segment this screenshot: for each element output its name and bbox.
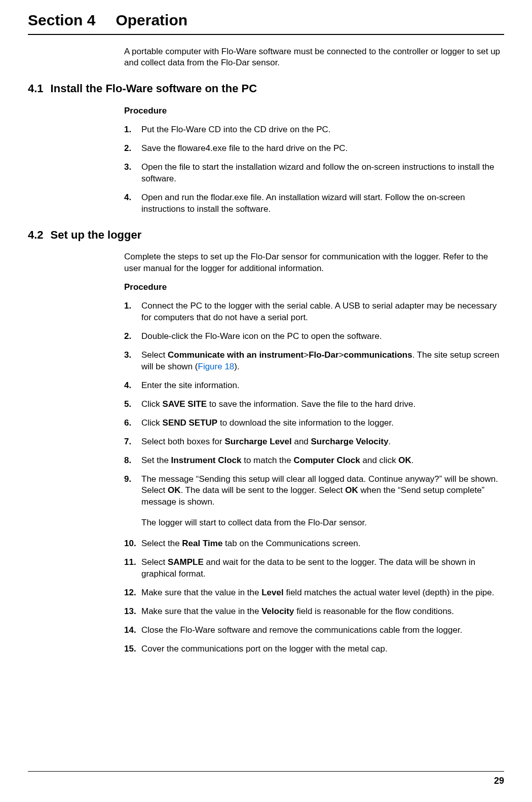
step: Close the Flo-Ware software and remove t… bbox=[124, 625, 504, 636]
step: Double-click the Flo-Ware icon on the PC… bbox=[124, 331, 504, 342]
subsection-number: 4.2 bbox=[28, 227, 44, 243]
procedure-steps: Connect the PC to the logger with the se… bbox=[124, 300, 504, 655]
subsection-title: Set up the logger bbox=[51, 228, 142, 241]
step: Set the Instrument Clock to match the Co… bbox=[124, 455, 504, 467]
section-title: Operation bbox=[116, 12, 187, 28]
step: Make sure that the value in the Level fi… bbox=[124, 587, 504, 599]
step: Cover the communications port on the log… bbox=[124, 643, 504, 655]
step-note: The logger will start to collect data fr… bbox=[141, 517, 504, 529]
page-number: 29 bbox=[494, 776, 504, 786]
subsection-4-2-header: 4.2Set up the logger bbox=[28, 227, 504, 243]
step: Connect the PC to the logger with the se… bbox=[124, 300, 504, 324]
page-footer: 29 bbox=[28, 771, 504, 787]
step: Open the file to start the installation … bbox=[124, 162, 504, 185]
step: Click SAVE SITE to save the information.… bbox=[124, 399, 504, 410]
step: Select Communicate with an instrument>Fl… bbox=[124, 350, 504, 373]
subsection-title: Install the Flo-Ware software on the PC bbox=[51, 82, 257, 95]
section-intro: A portable computer with Flo-Ware softwa… bbox=[124, 46, 504, 69]
step: Put the Flo-Ware CD into the CD drive on… bbox=[124, 124, 504, 136]
subsection-intro: Complete the steps to set up the Flo-Dar… bbox=[124, 251, 504, 275]
subsection-4-2-body: Complete the steps to set up the Flo-Dar… bbox=[124, 251, 504, 655]
subsection-number: 4.1 bbox=[28, 81, 44, 96]
step: Select SAMPLE and wait for the data to b… bbox=[124, 557, 504, 580]
step: Make sure that the value in the Velocity… bbox=[124, 606, 504, 618]
procedure-label: Procedure bbox=[124, 282, 504, 293]
step: Select both boxes for Surcharge Level an… bbox=[124, 436, 504, 448]
step: The message “Sending this setup will cle… bbox=[124, 474, 504, 529]
subsection-4-1-header: 4.1Install the Flo-Ware software on the … bbox=[28, 81, 504, 96]
procedure-label: Procedure bbox=[124, 105, 504, 117]
procedure-steps: Put the Flo-Ware CD into the CD drive on… bbox=[124, 124, 504, 215]
step: Save the floware4.exe file to the hard d… bbox=[124, 143, 504, 155]
step: Enter the site information. bbox=[124, 380, 504, 392]
step: Open and run the flodar.exe file. An ins… bbox=[124, 192, 504, 215]
subsection-4-1-body: Procedure Put the Flo-Ware CD into the C… bbox=[124, 105, 504, 215]
step: Select the Real Time tab on the Communic… bbox=[124, 538, 504, 550]
step: Click SEND SETUP to download the site in… bbox=[124, 417, 504, 429]
figure-link[interactable]: Figure 18 bbox=[198, 362, 235, 371]
section-header: Section 4Operation bbox=[28, 10, 504, 35]
section-number: Section 4 bbox=[28, 10, 95, 31]
